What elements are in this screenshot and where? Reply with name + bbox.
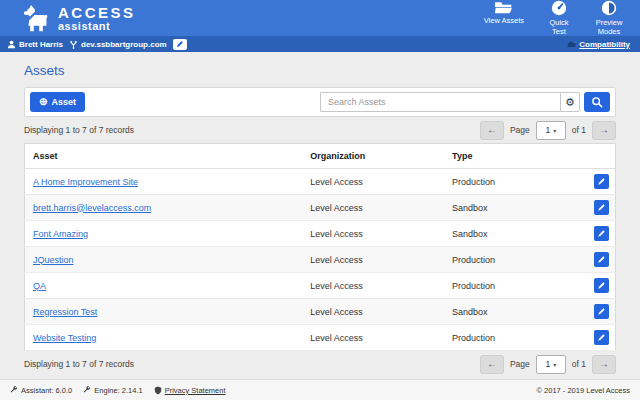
search-settings-button[interactable]: ⚙ (560, 92, 580, 112)
user-icon (7, 40, 16, 49)
view-assets-label: View Assets (484, 16, 524, 25)
search-button[interactable] (584, 92, 610, 112)
engine-version-label: Engine: 2.14.1 (94, 386, 142, 395)
privacy-statement-link[interactable]: Privacy Statement (165, 386, 226, 395)
assets-table: Asset Organization Type A Home Improveme… (24, 143, 616, 351)
brand-title: ACCESS (58, 5, 136, 20)
user-name: Brett Harris (19, 40, 63, 49)
records-summary: Displaying 1 to 7 of 7 records (24, 125, 134, 135)
arrow-left-icon: ← (487, 124, 497, 135)
edit-asset-button[interactable] (594, 200, 609, 215)
add-asset-label: Asset (51, 97, 76, 107)
pencil-icon (176, 40, 184, 48)
brand-subtitle: assistant (58, 21, 136, 32)
records-row-bottom: Displaying 1 to 7 of 7 records ← Page 1 … (24, 351, 616, 377)
next-page-button[interactable]: → (592, 355, 616, 374)
edit-site-button[interactable] (173, 39, 187, 50)
organization-cell: Level Access (302, 325, 444, 351)
page-select-value: 1 (545, 359, 550, 369)
engine-version: Engine: 2.14.1 (83, 386, 142, 395)
assistant-version-label: Assistant: 6.0.0 (21, 386, 72, 395)
current-user: Brett Harris (7, 40, 63, 49)
wrench-icon (10, 386, 18, 394)
table-row: JQuestion Level Access Production (25, 247, 616, 273)
top-nav: View Assets Quick Test (484, 0, 624, 36)
asset-link[interactable]: A Home Improvement Site (33, 177, 138, 187)
preview-modes-button[interactable]: Preview Modes (594, 0, 624, 36)
pencil-icon (597, 203, 606, 212)
folder-icon (494, 0, 513, 14)
search-input[interactable] (320, 92, 560, 112)
table-row: brett.harris@levelaccess.com Level Acces… (25, 195, 616, 221)
compatibility-link[interactable]: Compatibility (567, 40, 630, 49)
asset-column-header: Asset (25, 144, 303, 169)
asset-link[interactable]: Regression Test (33, 307, 97, 317)
organization-cell: Level Access (302, 273, 444, 299)
main-content: Assets ⊕ Asset ⚙ (0, 52, 640, 379)
organization-cell: Level Access (302, 169, 444, 195)
organization-column-header: Organization (302, 144, 444, 169)
actions-column-header (580, 144, 615, 169)
table-row: Font Amazing Level Access Sandbox (25, 221, 616, 247)
arrow-left-icon: ← (487, 358, 497, 369)
magnifier-icon (591, 96, 603, 108)
preview-modes-label: Preview Modes (594, 18, 624, 36)
pagination-bottom: ← Page 1 ▾ of 1 → (480, 355, 616, 374)
brand-logo: ACCESS assistant (22, 4, 136, 33)
edit-asset-button[interactable] (594, 174, 609, 189)
prev-page-button[interactable]: ← (480, 121, 504, 140)
page-label: Page (510, 359, 530, 369)
quick-test-label: Quick Test (544, 18, 574, 36)
organization-cell: Level Access (302, 221, 444, 247)
add-asset-button[interactable]: ⊕ Asset (30, 92, 85, 112)
arrow-right-icon: → (599, 358, 609, 369)
asset-link[interactable]: Font Amazing (33, 229, 88, 239)
privacy-item: Privacy Statement (154, 386, 226, 395)
pencil-icon (597, 333, 606, 342)
table-row: Website Testing Level Access Production (25, 325, 616, 351)
type-cell: Production (444, 273, 580, 299)
circle-plus-icon: ⊕ (39, 97, 47, 107)
type-cell: Production (444, 247, 580, 273)
of-label: of 1 (572, 125, 586, 135)
pencil-icon (597, 229, 606, 238)
type-cell: Sandbox (444, 221, 580, 247)
type-cell: Production (444, 169, 580, 195)
user-bar: Brett Harris dev.ssbbartgroup.com (0, 36, 640, 52)
edit-asset-button[interactable] (594, 278, 609, 293)
organization-cell: Level Access (302, 247, 444, 273)
table-row: QA Level Access Production (25, 273, 616, 299)
page-select[interactable]: 1 ▾ (536, 121, 566, 140)
records-summary: Displaying 1 to 7 of 7 records (24, 359, 134, 369)
footer: Assistant: 6.0.0 Engine: 2.14.1 Privacy … (0, 379, 640, 400)
edit-asset-button[interactable] (594, 304, 609, 319)
asset-link[interactable]: QA (33, 281, 46, 291)
asset-table-body: A Home Improvement Site Level Access Pro… (25, 169, 616, 351)
asset-link[interactable]: Website Testing (33, 333, 96, 343)
table-row: A Home Improvement Site Level Access Pro… (25, 169, 616, 195)
assistant-version: Assistant: 6.0.0 (10, 386, 72, 395)
asset-link[interactable]: brett.harris@levelaccess.com (33, 203, 151, 213)
pencil-icon (597, 177, 606, 186)
next-page-button[interactable]: → (592, 121, 616, 140)
type-cell: Sandbox (444, 299, 580, 325)
page-title: Assets (24, 63, 616, 78)
search-group: ⚙ (320, 92, 610, 112)
page-label: Page (510, 125, 530, 135)
gauge-icon (551, 0, 567, 16)
view-assets-button[interactable]: View Assets (484, 0, 524, 25)
arrow-right-icon: → (599, 124, 609, 135)
asset-link[interactable]: JQuestion (33, 255, 74, 265)
table-header-row: Asset Organization Type (25, 144, 616, 169)
edit-asset-button[interactable] (594, 252, 609, 267)
edit-asset-button[interactable] (594, 330, 609, 345)
edit-asset-button[interactable] (594, 226, 609, 241)
pencil-icon (597, 281, 606, 290)
organization-cell: Level Access (302, 195, 444, 221)
page-select[interactable]: 1 ▾ (536, 355, 566, 374)
quick-test-button[interactable]: Quick Test (544, 0, 574, 36)
pencil-icon (597, 255, 606, 264)
prev-page-button[interactable]: ← (480, 355, 504, 374)
caret-down-icon: ▾ (553, 127, 556, 134)
current-site: dev.ssbbartgroup.com (69, 40, 167, 49)
